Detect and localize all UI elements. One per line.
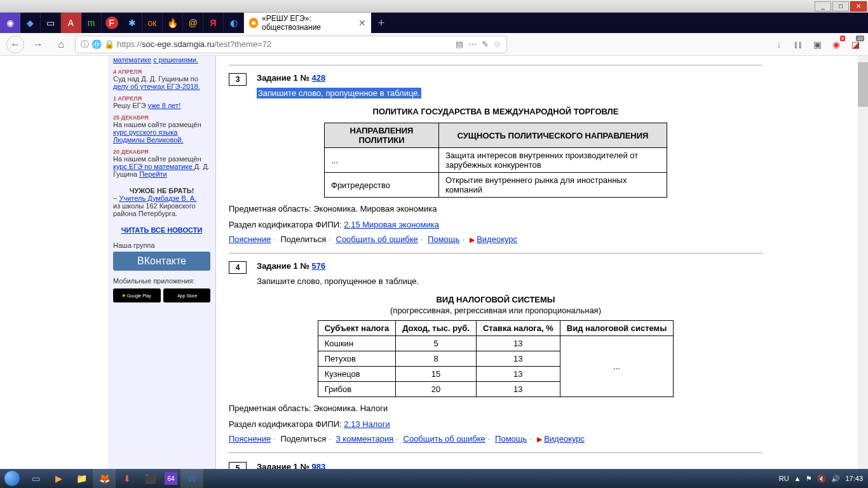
- site-info-icon[interactable]: ⓘ: [81, 39, 89, 50]
- taskbar-app-word[interactable]: W: [180, 469, 203, 488]
- pinned-tab-10[interactable]: @: [183, 13, 203, 33]
- task-meta-4b: Раздел кодификатора ФИПИ: 2.13 Налоги: [229, 419, 763, 429]
- news-date-1: 4 АПРЕЛЯ: [113, 69, 210, 75]
- report-error-link[interactable]: Сообщить об ошибке: [336, 234, 418, 244]
- back-button[interactable]: ←: [6, 36, 24, 53]
- share-link-4[interactable]: Поделиться: [280, 434, 326, 444]
- pinned-tab-6[interactable]: F: [105, 17, 118, 29]
- teacher-link[interactable]: Учитель Думбадзе В. А.: [119, 194, 196, 202]
- window-minimize[interactable]: _: [815, 1, 831, 11]
- task-id-link-428[interactable]: 428: [312, 73, 326, 83]
- news-date-3: 25 ДЕКАБРЯ: [113, 114, 210, 121]
- video-link[interactable]: Видеокурс: [477, 234, 517, 244]
- google-play-badge[interactable]: ▶ Google Play: [113, 288, 161, 302]
- start-button[interactable]: [0, 469, 24, 488]
- all-news-link[interactable]: ЧИТАТЬ ВСЕ НОВОСТИ: [121, 226, 203, 234]
- news-item-4: На нашем сайте размещён курс ЕГЭ по мате…: [113, 155, 210, 178]
- tab-favicon-icon: ✱: [249, 18, 258, 28]
- report-error-link-4[interactable]: Сообщить об ошибке: [403, 434, 485, 444]
- pinned-tab-8[interactable]: ок: [142, 13, 163, 33]
- edit-icon[interactable]: ✎: [482, 39, 489, 49]
- task-title-5: Задание 1 № 983: [257, 462, 325, 469]
- pocket-icon[interactable]: ▣: [811, 38, 824, 51]
- task-instruction-3: Запишите слово, пропущенное в таблице.: [257, 88, 763, 98]
- news-link-3[interactable]: курс русского языка Людмилы Великовой.: [113, 128, 183, 144]
- solutions-link[interactable]: с решениями.: [153, 56, 198, 64]
- reader-mode-icon[interactable]: ▤: [456, 39, 463, 49]
- task-id-link-983[interactable]: 983: [312, 462, 326, 469]
- share-link[interactable]: Поделиться: [280, 234, 326, 244]
- news-link-2[interactable]: уже 8 лет!: [148, 102, 181, 109]
- task-meta-4a: Предметная область: Экономика. Налоги: [229, 403, 763, 413]
- taskbar-app-3[interactable]: 📁: [70, 469, 93, 488]
- video-link-4[interactable]: Видеокурс: [544, 434, 585, 444]
- page-content: математике с решениями. 4 АПРЕЛЯ Суд над…: [0, 56, 868, 469]
- pinned-tab-7[interactable]: ✱: [122, 13, 142, 33]
- task-table-3: НАПРАВЛЕНИЯ ПОЛИТИКИСУЩНОСТЬ ПОЛИТИЧЕСКО…: [324, 123, 667, 198]
- url-input[interactable]: ⓘ 🌐 🔒 https://soc-ege.sdamgia.ru/test?th…: [75, 36, 507, 53]
- home-button[interactable]: ⌂: [52, 36, 70, 53]
- taskbar-app-7[interactable]: 64: [165, 472, 177, 485]
- pinned-tab-11[interactable]: Я: [203, 13, 224, 33]
- app-store-badge[interactable]: App Store: [163, 288, 211, 302]
- news-link-4b[interactable]: Перейти: [139, 170, 167, 178]
- taskbar-app-6[interactable]: ⬛: [139, 469, 161, 488]
- window-maximize[interactable]: □: [832, 1, 849, 11]
- pinned-tab-1[interactable]: ◉: [0, 13, 20, 33]
- task-id-link-576[interactable]: 576: [312, 261, 326, 271]
- scrollbar-thumb[interactable]: [858, 62, 868, 107]
- news-link-4a[interactable]: курс ЕГЭ по математике: [113, 163, 194, 170]
- help-link-4[interactable]: Помощь: [495, 434, 527, 444]
- task-meta-3a: Предметная область: Экономика. Мировая э…: [229, 204, 763, 214]
- tray-flag-icon[interactable]: ⚑: [806, 475, 812, 483]
- taskbar-app-1[interactable]: ▭: [24, 469, 47, 488]
- pinned-tab-2[interactable]: ◆: [20, 13, 41, 33]
- window-close[interactable]: ✕: [850, 1, 867, 11]
- forward-button[interactable]: →: [29, 36, 47, 53]
- pinned-tab-3[interactable]: ▭: [41, 13, 61, 33]
- news-item-3: На нашем сайте размещён курс русского яз…: [113, 121, 210, 144]
- pinned-tab-4[interactable]: A: [61, 13, 81, 33]
- explanation-link[interactable]: Пояснение: [229, 234, 271, 244]
- math-link[interactable]: математике: [113, 56, 151, 64]
- main-content: 3 Задание 1 № 428 Запишите слово, пропущ…: [216, 56, 775, 469]
- fipi-link-4[interactable]: 2.13 Налоги: [344, 419, 390, 429]
- scrollbar[interactable]: [858, 56, 868, 469]
- news-link-1[interactable]: делу об утечках ЕГЭ-2018.: [113, 83, 200, 90]
- table-subtitle-4: (прогрессивная, регрессивная или пропорц…: [229, 306, 763, 315]
- tray-arrow-icon[interactable]: ▲: [794, 475, 801, 482]
- library-icon[interactable]: ⫿⫿: [792, 38, 804, 51]
- help-link[interactable]: Помощь: [428, 234, 459, 244]
- tab-close-icon[interactable]: ✕: [358, 18, 366, 28]
- browser-tabbar: ◉ ◆ ▭ A m F ✱ ок 🔥 @ Я ◐ ✱ «РЕШУ ЕГЭ»: о…: [0, 13, 868, 33]
- new-tab-button[interactable]: +: [371, 13, 391, 33]
- tray-network-icon[interactable]: 🔇: [817, 475, 826, 483]
- vk-button[interactable]: ВКонтакте: [113, 252, 210, 271]
- task-table-4: Субъект налогаДоход, тыс. руб.Ставка нал…: [318, 320, 674, 397]
- page-actions-icon[interactable]: ⋯: [468, 39, 477, 49]
- taskbar-app-firefox[interactable]: 🦊: [93, 469, 116, 488]
- language-indicator[interactable]: RU: [779, 475, 789, 482]
- pinned-tab-9[interactable]: 🔥: [163, 13, 183, 33]
- play-icon: ▶: [470, 236, 475, 243]
- clock[interactable]: 17:43: [845, 475, 863, 482]
- adblock-icon[interactable]: ◉9: [830, 38, 843, 51]
- ublock-icon[interactable]: ◪20: [849, 38, 862, 51]
- bookmark-star-icon[interactable]: ☆: [494, 39, 501, 49]
- comments-link-4[interactable]: 3 комментария: [336, 434, 394, 444]
- active-tab[interactable]: ✱ «РЕШУ ЕГЭ»: обществознание ✕: [244, 13, 371, 33]
- downloads-icon[interactable]: ↓: [773, 38, 785, 51]
- play-icon-4: ▶: [537, 435, 542, 443]
- fipi-link-3[interactable]: 2.15 Мировая экономика: [344, 220, 439, 229]
- window-titlebar: _ □ ✕: [0, 0, 868, 13]
- explanation-link-4[interactable]: Пояснение: [229, 434, 271, 444]
- pinned-tab-12[interactable]: ◐: [224, 13, 244, 33]
- tab-title: «РЕШУ ЕГЭ»: обществознание: [262, 14, 358, 32]
- warning-heading: ЧУЖОЕ НЕ БРАТЬ!: [113, 187, 210, 194]
- pinned-tab-5[interactable]: m: [81, 13, 102, 33]
- address-bar: ← → ⌂ ⓘ 🌐 🔒 https://soc-ege.sdamgia.ru/t…: [0, 33, 868, 56]
- taskbar-app-5[interactable]: ⬇: [116, 469, 139, 488]
- taskbar-app-2[interactable]: ▶: [47, 469, 70, 488]
- tray-volume-icon[interactable]: 🔊: [831, 475, 840, 483]
- task-number-4: 4: [229, 261, 247, 274]
